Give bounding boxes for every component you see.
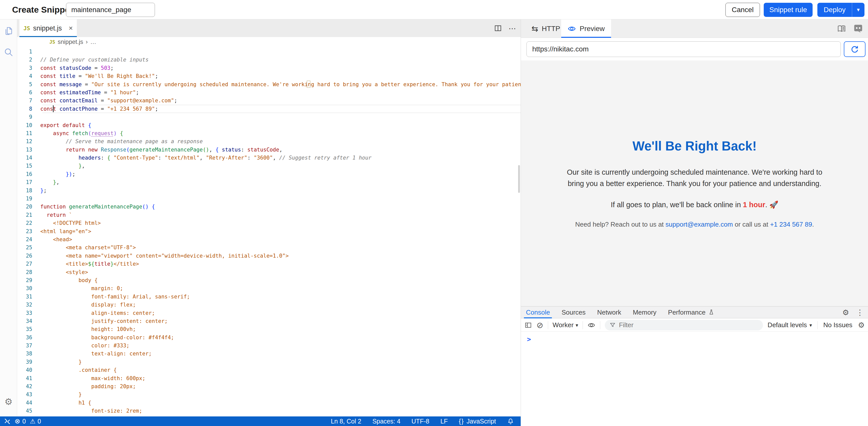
code-line-2[interactable]: 2// Define your customizable inputs	[17, 56, 521, 64]
code-line-40[interactable]: 40 .container {	[17, 366, 521, 374]
line-number: 36	[17, 334, 40, 342]
split-editor-icon[interactable]	[494, 24, 502, 32]
code-line-28[interactable]: 28 <style>	[17, 268, 521, 276]
code-line-4[interactable]: 4const title = "We'll Be Right Back!";	[17, 72, 521, 80]
log-levels-dropdown[interactable]: Default levels▾	[768, 321, 812, 329]
code-line-36[interactable]: 36 background-color: #f4f4f4;	[17, 334, 521, 342]
code-line-12[interactable]: 12 // Serve the maintenance page as a re…	[17, 137, 521, 145]
code-line-15[interactable]: 15 },	[17, 162, 521, 170]
code-line-7[interactable]: 7const contactEmail = "support@example.c…	[17, 96, 521, 105]
support-email-link[interactable]: support@example.com	[665, 221, 733, 228]
code-line-25[interactable]: 25 <meta charset="UTF-8">	[17, 244, 521, 252]
live-expression-eye-icon[interactable]	[587, 321, 595, 329]
search-icon[interactable]	[3, 47, 14, 58]
code-line-18[interactable]: 18};	[17, 187, 521, 195]
settings-gear-icon[interactable]: ⚙	[3, 396, 14, 407]
more-actions-icon[interactable]: ⋯	[508, 24, 516, 33]
preview-url-input[interactable]	[526, 41, 841, 57]
code-line-21[interactable]: 21 return `	[17, 211, 521, 219]
code-line-30[interactable]: 30 margin: 0;	[17, 284, 521, 292]
remote-indicator-icon[interactable]	[3, 418, 11, 425]
devtools-tab-sources[interactable]: Sources	[561, 307, 585, 318]
code-line-31[interactable]: 31 font-family: Arial, sans-serif;	[17, 293, 521, 301]
snippet-rule-button[interactable]: Snippet rule	[764, 3, 813, 17]
code-line-20[interactable]: 20function generateMaintenancePage() {	[17, 203, 521, 211]
code-line-3[interactable]: 3const statusCode = 503;	[17, 64, 521, 72]
refresh-button[interactable]	[844, 41, 866, 57]
devtools-settings-gear-icon[interactable]: ⚙	[842, 308, 849, 317]
code-line-8[interactable]: 8const contactPhone = "+1 234 567 89";	[17, 105, 521, 113]
language-icon: {}	[459, 418, 464, 425]
code-line-35[interactable]: 35 height: 100vh;	[17, 325, 521, 333]
code-line-9[interactable]: 9	[17, 113, 521, 121]
line-number: 19	[17, 195, 40, 203]
devtools-tab-network[interactable]: Network	[597, 307, 621, 318]
console-sidebar-toggle-icon[interactable]	[524, 321, 532, 329]
maintenance-eta-line: If all goes to plan, we'll be back onlin…	[559, 200, 831, 209]
code-line-17[interactable]: 17 },	[17, 178, 521, 186]
phone-link[interactable]: +1 234 567 89	[770, 221, 812, 228]
issues-counter[interactable]: No Issues	[823, 321, 852, 329]
devtools-tab-memory[interactable]: Memory	[633, 307, 656, 318]
code-line-34[interactable]: 34 justify-content: center;	[17, 317, 521, 325]
code-line-23[interactable]: 23<html lang="en">	[17, 227, 521, 235]
eol-setting[interactable]: LF	[440, 418, 447, 425]
console-filter[interactable]	[605, 320, 763, 331]
tab-preview[interactable]: Preview	[561, 20, 611, 38]
code-line-27[interactable]: 27 <title>${title}</title>	[17, 260, 521, 268]
code-line-26[interactable]: 26 <meta name="viewport" content="width=…	[17, 252, 521, 260]
code-line-45[interactable]: 45 font-size: 2rem;	[17, 407, 521, 415]
code-editor[interactable]: 12// Define your customizable inputs3con…	[17, 47, 521, 417]
console-prompt-chevron: >	[527, 335, 531, 343]
code-line-14[interactable]: 14 headers: { "Content-Type": "text/html…	[17, 154, 521, 162]
code-line-19[interactable]: 19	[17, 195, 521, 203]
discord-icon[interactable]	[853, 24, 863, 33]
devtools-tab-console[interactable]: Console	[526, 307, 550, 318]
breadcrumb-file[interactable]: snippet.js	[58, 38, 83, 46]
close-tab-icon[interactable]: ×	[69, 24, 73, 32]
code-line-1[interactable]: 1	[17, 48, 521, 56]
tab-snippet-js[interactable]: JS snippet.js ×	[20, 20, 77, 37]
console-settings-gear-icon[interactable]: ⚙	[858, 321, 865, 330]
code-line-44[interactable]: 44 h1 {	[17, 399, 521, 407]
code-line-22[interactable]: 22 <!DOCTYPE html>	[17, 219, 521, 227]
deploy-button[interactable]: Deploy	[817, 3, 852, 17]
notifications-bell-icon[interactable]	[507, 418, 514, 425]
code-line-29[interactable]: 29 body {	[17, 276, 521, 284]
code-line-38[interactable]: 38 text-align: center;	[17, 350, 521, 358]
code-line-11[interactable]: 11 async fetch(request) {	[17, 129, 521, 137]
editor-scrollbar[interactable]	[518, 165, 520, 193]
files-icon[interactable]	[3, 25, 14, 36]
encoding-setting[interactable]: UTF-8	[411, 418, 430, 425]
console-output[interactable]: >	[521, 332, 868, 426]
code-line-24[interactable]: 24 <head>	[17, 235, 521, 244]
code-line-5[interactable]: 5const message = "Our site is currently …	[17, 80, 521, 88]
devtools-tab-performance[interactable]: Performance	[668, 307, 715, 318]
tab-http[interactable]: ⇆ HTTP	[528, 20, 564, 38]
cursor-position[interactable]: Ln 8, Col 2	[331, 418, 361, 425]
filter-input[interactable]	[619, 321, 745, 329]
deploy-dropdown-caret[interactable]: ▾	[852, 6, 865, 13]
indentation-setting[interactable]: Spaces: 4	[372, 418, 400, 425]
code-line-41[interactable]: 41 max-width: 600px;	[17, 374, 521, 382]
code-line-43[interactable]: 43 }	[17, 391, 521, 399]
docs-book-icon[interactable]	[837, 24, 846, 33]
language-mode[interactable]: {} JavaScript	[459, 418, 496, 425]
snippet-name-input[interactable]	[66, 3, 155, 17]
breadcrumb[interactable]: JS snippet.js › …	[17, 37, 521, 47]
clear-console-icon[interactable]: ⊘	[536, 320, 543, 330]
code-line-10[interactable]: 10export default {	[17, 121, 521, 129]
problems-indicator[interactable]: ⊗ 0 ⚠ 0	[14, 417, 41, 425]
context-selector[interactable]: Worker▾	[553, 321, 578, 329]
code-line-13[interactable]: 13 return new Response(generateMaintenan…	[17, 146, 521, 154]
code-line-16[interactable]: 16 });	[17, 170, 521, 178]
code-line-39[interactable]: 39 }	[17, 358, 521, 366]
code-line-37[interactable]: 37 color: #333;	[17, 342, 521, 350]
code-line-32[interactable]: 32 display: flex;	[17, 301, 521, 309]
code-line-33[interactable]: 33 align-items: center;	[17, 309, 521, 317]
breadcrumb-more[interactable]: …	[90, 38, 96, 46]
code-line-6[interactable]: 6const estimatedTime = "1 hour";	[17, 88, 521, 96]
code-line-42[interactable]: 42 padding: 20px;	[17, 382, 521, 391]
devtools-kebab-menu-icon[interactable]: ⋮	[856, 308, 864, 317]
cancel-button[interactable]: Cancel	[725, 3, 760, 17]
